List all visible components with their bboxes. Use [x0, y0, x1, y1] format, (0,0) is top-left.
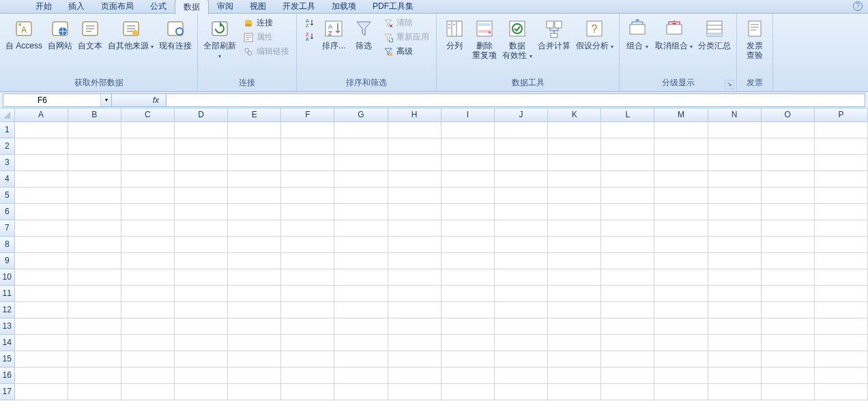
cell-A10[interactable]	[15, 269, 68, 286]
cell-B12[interactable]	[68, 302, 121, 318]
cell-K13[interactable]	[548, 318, 601, 335]
cell-E2[interactable]	[228, 138, 281, 155]
cell-P17[interactable]	[815, 384, 868, 400]
cell-G17[interactable]	[334, 384, 388, 400]
cell-J14[interactable]	[495, 335, 548, 351]
cmd-subtot[interactable]: 分类汇总	[695, 16, 734, 52]
cell-F15[interactable]	[281, 351, 334, 368]
cell-I14[interactable]	[442, 335, 495, 351]
col-header-E[interactable]: E	[228, 108, 281, 122]
cell-J3[interactable]	[495, 155, 548, 171]
col-header-L[interactable]: L	[601, 108, 654, 122]
col-header-I[interactable]: I	[442, 108, 495, 122]
cell-L16[interactable]	[601, 368, 654, 384]
cell-J15[interactable]	[495, 351, 548, 368]
cell-I12[interactable]	[442, 302, 495, 318]
cell-H9[interactable]	[388, 253, 442, 269]
cell-D8[interactable]	[175, 237, 228, 253]
cell-L4[interactable]	[601, 171, 654, 188]
cell-K6[interactable]	[548, 204, 601, 220]
cell-B10[interactable]	[68, 269, 121, 286]
cell-D1[interactable]	[175, 122, 228, 138]
cell-N14[interactable]	[708, 335, 762, 351]
cell-K17[interactable]	[548, 384, 601, 400]
cell-D7[interactable]	[175, 220, 228, 237]
cell-E3[interactable]	[228, 155, 281, 171]
cell-C16[interactable]	[121, 368, 175, 384]
cell-B11[interactable]	[68, 286, 121, 302]
cell-H7[interactable]	[388, 220, 442, 237]
tab-PDF工具集[interactable]: PDF工具集	[364, 0, 422, 14]
cell-H13[interactable]	[388, 318, 442, 335]
cell-M3[interactable]	[654, 155, 708, 171]
cell-I8[interactable]	[442, 237, 495, 253]
cmd-dup[interactable]: 删除 重复项	[469, 16, 500, 61]
cell-N8[interactable]	[708, 237, 762, 253]
cell-P1[interactable]	[815, 122, 868, 138]
cell-G1[interactable]	[334, 122, 388, 138]
cell-L5[interactable]	[601, 188, 654, 204]
cell-N3[interactable]	[708, 155, 762, 171]
cell-C17[interactable]	[121, 384, 175, 400]
cell-E15[interactable]	[228, 351, 281, 368]
cell-N10[interactable]	[708, 269, 762, 286]
cell-A15[interactable]	[15, 351, 68, 368]
cell-L2[interactable]	[601, 138, 654, 155]
cell-G3[interactable]	[334, 155, 388, 171]
row-header-6[interactable]: 6	[0, 204, 15, 220]
cell-N6[interactable]	[708, 204, 762, 220]
cell-L3[interactable]	[601, 155, 654, 171]
cell-K16[interactable]	[548, 368, 601, 384]
cell-B7[interactable]	[68, 220, 121, 237]
cell-O11[interactable]	[762, 286, 815, 302]
cell-G16[interactable]	[334, 368, 388, 384]
tab-开始[interactable]: 开始	[27, 0, 60, 14]
cell-J11[interactable]	[495, 286, 548, 302]
cell-P8[interactable]	[815, 237, 868, 253]
cell-E4[interactable]	[228, 171, 281, 188]
cell-L14[interactable]	[601, 335, 654, 351]
cell-O10[interactable]	[762, 269, 815, 286]
cell-D11[interactable]	[175, 286, 228, 302]
cell-H17[interactable]	[388, 384, 442, 400]
cell-M11[interactable]	[654, 286, 708, 302]
cell-D14[interactable]	[175, 335, 228, 351]
cell-O13[interactable]	[762, 318, 815, 335]
cmd-web[interactable]: 自网站	[45, 16, 75, 52]
cmd-existing[interactable]: 现有连接	[156, 16, 194, 52]
cmd-sort-az[interactable]: AZ	[302, 16, 316, 29]
cell-D15[interactable]	[175, 351, 228, 368]
col-header-C[interactable]: C	[121, 108, 175, 122]
cell-H16[interactable]	[388, 368, 442, 384]
cell-D5[interactable]	[175, 188, 228, 204]
cell-F12[interactable]	[281, 302, 334, 318]
name-box[interactable]: F6 ▾	[3, 93, 112, 107]
cell-I15[interactable]	[442, 351, 495, 368]
cell-N9[interactable]	[708, 253, 762, 269]
row-header-8[interactable]: 8	[0, 237, 15, 253]
cell-J13[interactable]	[495, 318, 548, 335]
cell-B13[interactable]	[68, 318, 121, 335]
cell-C6[interactable]	[121, 204, 175, 220]
cell-C15[interactable]	[121, 351, 175, 368]
cell-E5[interactable]	[228, 188, 281, 204]
cell-A16[interactable]	[15, 368, 68, 384]
cell-L1[interactable]	[601, 122, 654, 138]
cell-O15[interactable]	[762, 351, 815, 368]
cell-B8[interactable]	[68, 237, 121, 253]
cell-N1[interactable]	[708, 122, 762, 138]
cell-B2[interactable]	[68, 138, 121, 155]
cell-G8[interactable]	[334, 237, 388, 253]
cell-F9[interactable]	[281, 253, 334, 269]
cell-P5[interactable]	[815, 188, 868, 204]
group-launcher-icon[interactable]: ↘	[725, 80, 734, 89]
cell-A12[interactable]	[15, 302, 68, 318]
cell-F1[interactable]	[281, 122, 334, 138]
cell-D13[interactable]	[175, 318, 228, 335]
cell-A17[interactable]	[15, 384, 68, 400]
cell-A2[interactable]	[15, 138, 68, 155]
cell-J9[interactable]	[495, 253, 548, 269]
cell-K15[interactable]	[548, 351, 601, 368]
cell-E1[interactable]	[228, 122, 281, 138]
cmd-refresh-all[interactable]: 全部刷新	[201, 16, 239, 63]
